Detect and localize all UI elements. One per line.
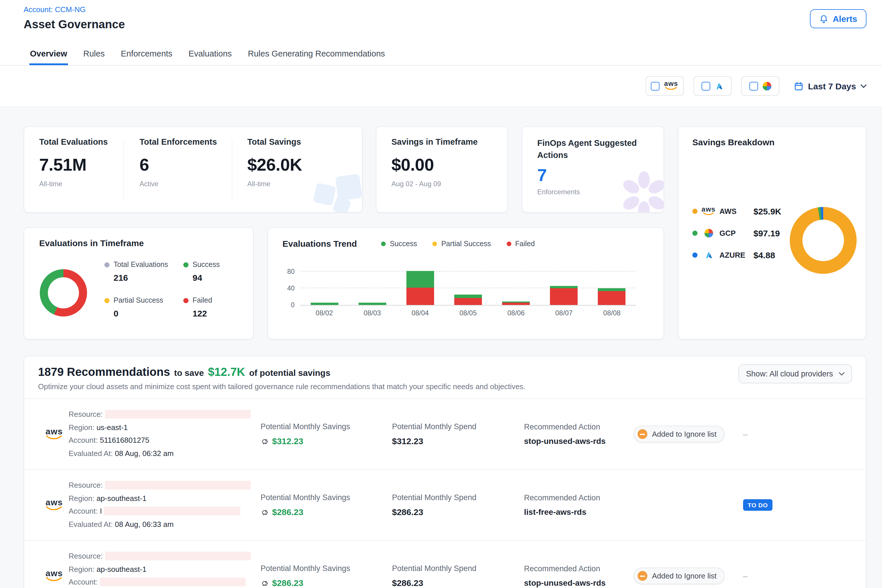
account-breadcrumb-link[interactable]: Account: CCM-NG	[24, 5, 86, 14]
trend-bar: 08/02	[300, 258, 348, 305]
divider	[232, 140, 232, 200]
chevron-down-icon	[861, 84, 866, 88]
savings-donut	[790, 207, 856, 274]
potential-monthly-spend: Potential Monthly Spend $286.23	[392, 564, 477, 588]
cloud-provider-filter-dropdown[interactable]: Show: All cloud providers	[738, 364, 852, 383]
partial-dot	[433, 241, 437, 246]
bell-icon	[819, 14, 829, 23]
trend-bar: 08/04	[396, 258, 444, 305]
legend-partial-success: Partial Success	[433, 240, 491, 248]
redacted-account	[104, 507, 241, 515]
aws-logo-icon: aws	[702, 207, 716, 216]
filter-row: aws Last 7 Days	[0, 66, 882, 106]
aws-legend-dot	[692, 208, 698, 214]
resource-details: Resource: Region: ap-southeast-1 Account…	[69, 550, 251, 588]
top-bar: Account: CCM-NG Asset Governance Alerts	[0, 0, 882, 43]
trend-bar: 08/07	[540, 258, 588, 305]
total-savings-value: $26.0K	[247, 155, 302, 175]
evaluations-in-timeframe-card: Evaluations in Timeframe Total Evaluatio…	[24, 227, 254, 339]
trend-bars: 0408008/0208/0308/0408/0508/0608/0708/08	[300, 258, 636, 306]
recommendation-row[interactable]: aws Resource: Region: ap-southeast-1 Acc…	[24, 469, 866, 540]
trend-bar: 08/08	[588, 258, 636, 305]
potential-savings-amount: $12.7K	[208, 366, 245, 379]
legend-item-azure: AZURE $4.88	[692, 250, 782, 260]
azure-checkbox[interactable]	[701, 82, 710, 90]
trend-legend: Success Partial Success Failed	[381, 240, 535, 248]
azure-logo-icon	[714, 82, 723, 90]
gcp-logo-icon	[762, 82, 771, 90]
savings-in-timeframe-value: $0.00	[392, 155, 507, 175]
page-title: Asset Governance	[24, 18, 125, 31]
tab-rules-generating-recommendations[interactable]: Rules Generating Recommendations	[247, 43, 386, 65]
todo-status-badge[interactable]: TO DO	[743, 499, 772, 511]
savings-breakdown-legend: aws AWS $25.9K GCP $97.19 AZURE $4.88	[692, 206, 782, 272]
legend-success: Success	[381, 240, 417, 248]
trend-bar: 08/05	[444, 258, 492, 305]
piggy-bank-icon	[261, 579, 268, 587]
potential-monthly-savings: Potential Monthly Savings $286.23	[261, 493, 350, 517]
recommendation-row[interactable]: aws Resource: Region: us-east-1 Account:…	[24, 398, 866, 469]
provider-toggle-azure[interactable]	[693, 76, 731, 96]
gcp-legend-dot	[692, 231, 698, 236]
asset-governance-page: Account: CCM-NG Asset Governance Alerts …	[0, 0, 882, 588]
total-enforcements-value: 6	[140, 155, 217, 175]
provider-toggle-gcp[interactable]	[741, 76, 779, 96]
tab-rules[interactable]: Rules	[83, 43, 105, 65]
minus-icon	[638, 571, 647, 581]
recommendations-list: aws Resource: Region: us-east-1 Account:…	[24, 398, 866, 588]
kpi-total-savings: Total Savings $26.0K All-time	[247, 137, 302, 188]
provider-toggle-aws[interactable]: aws	[645, 76, 683, 96]
legend-success: Success 94	[183, 261, 220, 282]
piggy-bank-icon	[261, 437, 268, 445]
aws-checkbox[interactable]	[651, 82, 660, 90]
decorative-cubes-icon	[310, 166, 363, 213]
legend-item-gcp: GCP $97.19	[692, 228, 782, 238]
tab-evaluations[interactable]: Evaluations	[188, 43, 232, 65]
total-evaluations-value: 7.51M	[39, 155, 108, 175]
redacted-resource	[105, 552, 251, 560]
tab-bar: Overview Rules Enforcements Evaluations …	[0, 43, 882, 66]
donut-hole	[802, 220, 844, 261]
aws-logo-icon: aws	[664, 81, 678, 90]
potential-monthly-spend: Potential Monthly Spend $312.23	[392, 422, 477, 446]
tab-enforcements[interactable]: Enforcements	[120, 43, 173, 65]
savings-in-timeframe-card: Savings in Timeframe $0.00 Aug 02 - Aug …	[376, 126, 508, 213]
gcp-logo-icon	[704, 229, 713, 237]
alerts-button-label: Alerts	[833, 14, 857, 24]
evaluations-legend: Total Evaluations 216 Success 94 Partial…	[104, 261, 220, 318]
finops-agent-card: FinOps Agent Suggested Actions 7 Enforce…	[522, 126, 664, 213]
recommended-action: Recommended Action stop-unused-aws-rds	[524, 564, 606, 587]
azure-logo-icon	[704, 251, 713, 260]
success-dot	[183, 262, 189, 267]
date-range-label: Last 7 Days	[808, 81, 856, 91]
date-range-picker[interactable]: Last 7 Days	[794, 81, 866, 91]
total-dot	[104, 262, 110, 267]
recommendations-subtitle: Optimize your cloud assets and minimize …	[38, 382, 852, 391]
row-extra-dash: –	[743, 571, 748, 580]
divider	[123, 140, 124, 200]
added-to-ignore-list-pill[interactable]: Added to Ignore list	[633, 426, 724, 442]
kpi-total-enforcements: Total Enforcements 6 Active	[140, 137, 217, 188]
azure-legend-dot	[692, 252, 698, 258]
kpi-total-evaluations: Total Evaluations 7.51M All-time	[39, 137, 108, 188]
legend-failed: Failed 122	[183, 296, 220, 318]
recommendations-card: 1879 Recommendations to save $12.7K of p…	[24, 356, 866, 588]
minus-icon	[638, 429, 647, 439]
evaluations-trend-card: Evaluations Trend Success Partial Succes…	[267, 227, 664, 339]
partial-dot	[104, 298, 110, 303]
legend-partial-success: Partial Success 0	[104, 296, 183, 318]
legend-item-aws: aws AWS $25.9K	[692, 206, 782, 216]
dashboard-content: Total Evaluations 7.51M All-time Total E…	[0, 106, 882, 588]
aws-logo-icon: aws	[45, 570, 63, 582]
donut-hole	[48, 277, 79, 308]
row-extra-dash: –	[743, 429, 748, 439]
resource-details: Resource: Region: ap-southeast-1 Account…	[69, 479, 251, 531]
recommendation-row[interactable]: aws Resource: Region: ap-southeast-1 Acc…	[24, 540, 866, 588]
success-dot	[381, 241, 386, 246]
failed-dot	[183, 298, 189, 303]
gcp-checkbox[interactable]	[749, 82, 758, 90]
legend-total-evaluations: Total Evaluations 216	[104, 261, 183, 282]
alerts-button[interactable]: Alerts	[810, 9, 866, 28]
added-to-ignore-list-pill[interactable]: Added to Ignore list	[633, 567, 724, 584]
tab-overview[interactable]: Overview	[29, 43, 68, 65]
